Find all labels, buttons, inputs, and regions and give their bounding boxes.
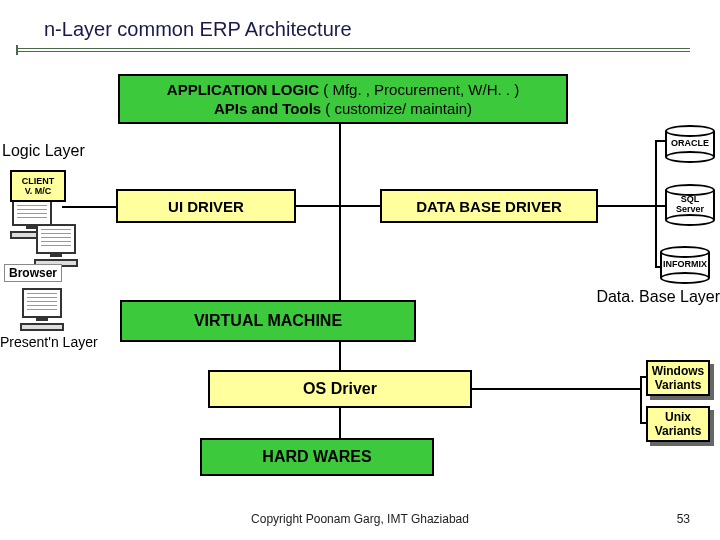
computer-icon xyxy=(30,224,82,267)
win-l1: Windows xyxy=(652,364,705,378)
os-driver-box: OS Driver xyxy=(208,370,472,408)
unix-variants-box: UnixVariants xyxy=(646,406,710,442)
cyl-bot-icon xyxy=(665,214,715,226)
ui-driver-box: UI DRIVER xyxy=(116,189,296,223)
cyl-top-icon xyxy=(665,125,715,137)
slide-title: n-Layer common ERP Architecture xyxy=(44,18,690,47)
browser-label: Browser xyxy=(4,264,62,282)
client-vm-box: CLIENT V. M/C xyxy=(10,170,66,202)
computer-icon xyxy=(16,288,68,331)
sql-server-cylinder: SQLServer xyxy=(665,184,715,226)
app-line1: APPLICATION LOGIC ( Mfg. , Procurement, … xyxy=(167,80,519,100)
hardwares-box: HARD WARES xyxy=(200,438,434,476)
database-driver-box: DATA BASE DRIVER xyxy=(380,189,598,223)
windows-variants-box: WindowsVariants xyxy=(646,360,710,396)
db-fanout-vertical xyxy=(655,140,657,268)
client-l1: CLIENT xyxy=(22,176,55,186)
title-rule-2 xyxy=(16,51,690,52)
client-l2: V. M/C xyxy=(25,186,52,196)
app-line2-bold: APIs and Tools xyxy=(214,100,321,117)
oracle-cylinder: ORACLE xyxy=(665,125,715,163)
informix-cylinder: INFORMIX xyxy=(660,246,710,284)
unix-l1: Unix xyxy=(665,410,691,424)
unix-l2: Variants xyxy=(655,424,702,438)
cyl-top-icon xyxy=(665,184,715,196)
win-l2: Variants xyxy=(655,378,702,392)
os-fanout-vertical xyxy=(640,376,642,424)
ui-to-db-connector xyxy=(296,205,380,207)
db-fanout-to-sql xyxy=(655,205,665,207)
presentation-layer-label: Present'n Layer xyxy=(0,334,98,350)
cyl-bot-icon xyxy=(665,151,715,163)
copyright-footer: Copyright Poonam Garg, IMT Ghaziabad xyxy=(0,512,720,526)
db-driver-right-connector xyxy=(598,205,656,207)
virtual-machine-box: VIRTUAL MACHINE xyxy=(120,300,416,342)
slide-title-wrap: n-Layer common ERP Architecture xyxy=(44,18,690,47)
app-line1-bold: APPLICATION LOGIC xyxy=(167,81,319,98)
client-to-ui-connector xyxy=(62,206,116,208)
app-line2: APIs and Tools ( customize/ maintain) xyxy=(214,99,472,119)
title-rule-1 xyxy=(16,48,690,49)
application-logic-box: APPLICATION LOGIC ( Mfg. , Procurement, … xyxy=(118,74,568,124)
app-line1-rest: ( Mfg. , Procurement, W/H. . ) xyxy=(319,81,519,98)
app-line2-rest: ( customize/ maintain) xyxy=(321,100,472,117)
cyl-bot-icon xyxy=(660,272,710,284)
cyl-top-icon xyxy=(660,246,710,258)
logic-layer-label: Logic Layer xyxy=(2,142,85,160)
page-number: 53 xyxy=(677,512,690,526)
database-layer-label: Data. Base Layer xyxy=(596,288,720,306)
os-right-connector xyxy=(472,388,642,390)
sql-l2: Server xyxy=(676,204,704,214)
title-tick xyxy=(16,45,18,55)
